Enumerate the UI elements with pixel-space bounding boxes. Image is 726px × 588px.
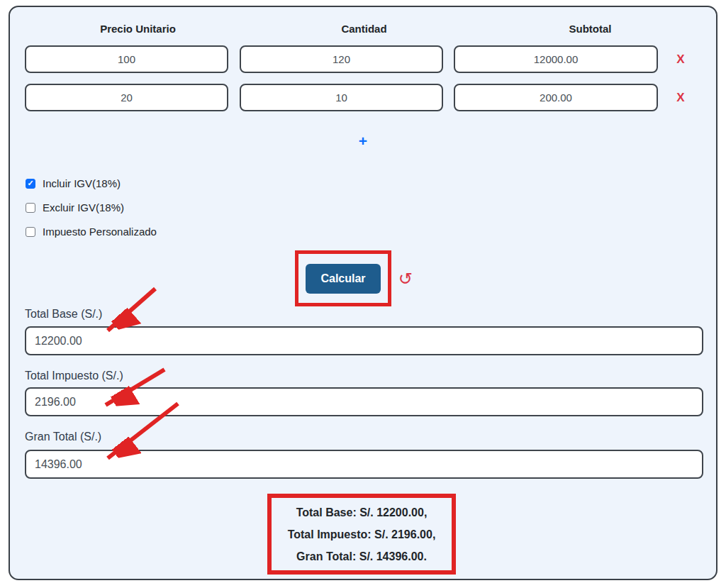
total-impuesto-input[interactable] xyxy=(25,387,703,416)
total-base-input[interactable] xyxy=(25,326,703,355)
calculate-button[interactable]: Calcular xyxy=(306,264,380,294)
item-row-2: X xyxy=(25,84,703,111)
summary-total-impuesto: Total Impuesto: S/. 2196.00, xyxy=(288,523,436,545)
checkbox-excluir-igv[interactable]: ✓ Excluir IGV(18%) xyxy=(26,201,157,213)
reset-icon[interactable]: ↺ xyxy=(396,269,415,289)
summary-total-base: Total Base: S/. 12200.00, xyxy=(296,501,428,523)
header-cantidad: Cantidad xyxy=(251,23,477,35)
summary-annotation-box: Total Base: S/. 12200.00, Total Impuesto… xyxy=(267,494,456,575)
checkbox-impuesto-personalizado[interactable]: ✓ Impuesto Personalizado xyxy=(26,226,157,238)
check-icon: ✓ xyxy=(27,179,33,187)
header-precio-unitario: Precio Unitario xyxy=(25,23,251,35)
header-subtotal: Subtotal xyxy=(477,23,703,35)
checkbox-label-excluir[interactable]: Excluir IGV(18%) xyxy=(43,201,124,213)
delete-row-button-2[interactable]: X xyxy=(676,91,684,105)
calculate-annotation-box: Calcular xyxy=(295,250,391,306)
checkbox-label-incluir[interactable]: Incluir IGV(18%) xyxy=(43,177,121,189)
total-impuesto-label: Total Impuesto (S/.) xyxy=(25,370,123,382)
cantidad-input-1[interactable] xyxy=(240,45,443,73)
column-headers: Precio Unitario Cantidad Subtotal xyxy=(25,23,703,35)
checkbox-box-incluir[interactable]: ✓ xyxy=(26,179,35,189)
summary-gran-total: Gran Total: S/. 14396.00. xyxy=(296,545,427,567)
checkbox-incluir-igv[interactable]: ✓ Incluir IGV(18%) xyxy=(26,177,157,189)
add-row-button[interactable]: + xyxy=(359,132,367,150)
gran-total-label: Gran Total (S/.) xyxy=(25,431,101,443)
checkbox-label-personalizado[interactable]: Impuesto Personalizado xyxy=(43,226,157,238)
cantidad-input-2[interactable] xyxy=(240,84,443,111)
total-base-label: Total Base (S/.) xyxy=(25,308,102,321)
precio-unitario-input-1[interactable] xyxy=(25,45,228,73)
gran-total-input[interactable] xyxy=(25,450,703,479)
item-row-1: X xyxy=(25,45,703,73)
tax-options: ✓ Incluir IGV(18%) ✓ Excluir IGV(18%) ✓ … xyxy=(26,177,157,250)
precio-unitario-input-2[interactable] xyxy=(25,84,228,111)
subtotal-input-2[interactable] xyxy=(454,84,658,111)
checkbox-box-excluir[interactable]: ✓ xyxy=(26,203,35,213)
calculator-panel: Precio Unitario Cantidad Subtotal X X + … xyxy=(9,6,717,580)
delete-row-button-1[interactable]: X xyxy=(676,52,684,67)
checkbox-box-personalizado[interactable]: ✓ xyxy=(26,227,35,237)
subtotal-input-1[interactable] xyxy=(454,45,658,73)
